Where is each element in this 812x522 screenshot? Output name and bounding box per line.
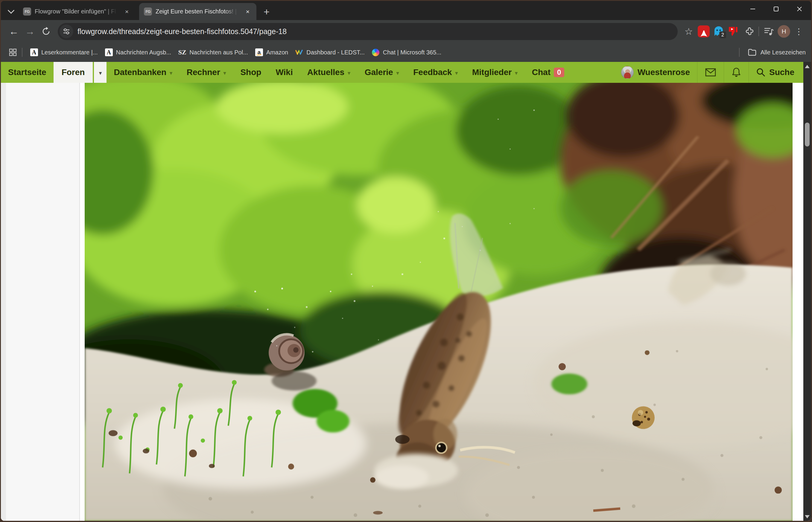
scroll-up-icon[interactable] xyxy=(805,65,810,68)
flowgrow-favicon: FG xyxy=(144,7,152,16)
tab-close-icon[interactable]: × xyxy=(122,7,131,16)
user-menu[interactable]: Wuestenrose xyxy=(614,62,697,83)
nav-feedback[interactable]: Feedback ▾ xyxy=(406,62,465,83)
tab-search-button[interactable] xyxy=(4,4,18,19)
thread-content xyxy=(1,83,803,521)
scroll-down-icon[interactable] xyxy=(805,515,810,518)
tab-fischfotos[interactable]: FG Zeigt Eure besten Fischfotos! | S × xyxy=(139,3,256,20)
bookmark-microsoft-chat[interactable]: Chat | Microsoft 365... xyxy=(368,46,445,59)
extensions-puzzle-button[interactable] xyxy=(741,24,756,39)
chevron-down-icon xyxy=(8,7,15,14)
maximize-button[interactable] xyxy=(765,1,788,17)
chevron-down-icon: ▾ xyxy=(224,69,226,76)
nav-aktuelles[interactable]: Aktuelles ▾ xyxy=(300,62,357,83)
forward-button[interactable]: → xyxy=(22,23,38,39)
nav-foren-active[interactable]: Foren xyxy=(54,62,93,83)
nav-galerie[interactable]: Galerie ▾ xyxy=(357,62,406,83)
site-settings-button[interactable] xyxy=(60,24,73,38)
minimize-icon xyxy=(750,6,756,12)
bookmark-amazon[interactable]: a Amazon xyxy=(252,46,292,59)
bookmark-label: Amazon xyxy=(266,49,288,56)
profile-avatar: H xyxy=(778,25,790,38)
acrobat-icon xyxy=(698,25,710,37)
profile-button[interactable]: H xyxy=(776,24,791,39)
extension-ghostery-button[interactable]: 2 xyxy=(711,24,726,39)
nav-label: Chat xyxy=(532,67,550,77)
tab-strip: FG Flowgrow "Bilder einfügen" | Fl × FG … xyxy=(1,1,811,20)
bookmark-dashboard-ledst[interactable]: Dashboard - LEDST... xyxy=(292,46,368,59)
page-scrollbar[interactable] xyxy=(803,62,811,521)
nav-datenbanken[interactable]: Datenbanken ▾ xyxy=(107,62,179,83)
bookmark-nachrichten-augsburg[interactable]: A Nachrichten Augsb... xyxy=(101,46,175,59)
reload-button[interactable] xyxy=(38,23,54,39)
bookmark-leserkommentare[interactable]: A Leserkommentare |... xyxy=(27,46,101,59)
bookmark-nachrichten-polen[interactable]: SZ Nachrichten aus Pol... xyxy=(175,46,252,59)
bookmarks-bar: A Leserkommentare |... A Nachrichten Aug… xyxy=(1,43,811,62)
username: Wuestenrose xyxy=(638,67,690,77)
nav-mitglieder[interactable]: Mitglieder ▾ xyxy=(465,62,525,83)
bookmark-star-button[interactable]: ☆ xyxy=(681,24,696,39)
extension-acrobat-button[interactable] xyxy=(696,24,711,39)
nav-foren-dropdown[interactable]: ▾ xyxy=(94,62,107,83)
sz-logo-icon: SZ xyxy=(178,48,187,56)
nav-label: Foren xyxy=(62,67,85,77)
left-margin xyxy=(1,83,6,521)
alerts-button[interactable] xyxy=(724,62,749,83)
browser-window: FG Flowgrow "Bilder einfügen" | Fl × FG … xyxy=(1,1,811,521)
nav-label: Feedback xyxy=(413,67,452,77)
nav-startseite[interactable]: Startseite xyxy=(1,62,54,83)
apps-grid-button[interactable] xyxy=(6,46,19,59)
media-playlist-icon xyxy=(764,27,774,36)
aquarium-photo-graphic xyxy=(85,83,793,521)
browser-menu-button[interactable]: ⋮ xyxy=(791,24,806,39)
media-controls-button[interactable] xyxy=(761,24,776,39)
maximize-icon xyxy=(773,6,779,12)
puzzle-icon xyxy=(743,26,754,37)
avatar xyxy=(621,66,634,79)
nav-wiki[interactable]: Wiki xyxy=(268,62,300,83)
search-icon xyxy=(756,67,766,77)
search-label: Suche xyxy=(769,67,794,77)
all-bookmarks-label: Alle Lesezeichen xyxy=(760,49,806,56)
tab-close-icon[interactable]: × xyxy=(243,7,252,16)
minimize-button[interactable] xyxy=(741,1,765,17)
nav-shop[interactable]: Shop xyxy=(233,62,268,83)
thumbs-down-icon xyxy=(728,26,739,37)
apps-grid-icon xyxy=(9,48,17,56)
nav-label: Shop xyxy=(240,67,261,77)
extension-dislike-button[interactable] xyxy=(726,24,741,39)
back-button[interactable]: ← xyxy=(6,23,22,39)
nav-label: Galerie xyxy=(365,67,393,77)
letter-a-icon: A xyxy=(30,48,38,56)
chat-count-badge: 0 xyxy=(554,67,564,77)
new-tab-button[interactable]: + xyxy=(259,4,274,19)
messages-button[interactable] xyxy=(697,62,724,83)
flowgrow-favicon: FG xyxy=(23,7,31,16)
tab-flowgrow-bilder[interactable]: FG Flowgrow "Bilder einfügen" | Fl × xyxy=(18,3,136,20)
bookmarks-divider xyxy=(22,48,22,57)
toolbar-divider xyxy=(758,26,759,36)
tab-title: Zeigt Eure besten Fischfotos! | S xyxy=(156,8,240,15)
bookmark-label: Nachrichten Augsb... xyxy=(116,49,171,56)
scrollbar-thumb[interactable] xyxy=(805,123,810,146)
close-icon xyxy=(796,6,803,12)
all-bookmarks-button[interactable]: Alle Lesezeichen xyxy=(737,48,806,57)
browser-toolbar: ← → flowgrow.de/threads/zeigt-eure-beste… xyxy=(1,20,811,43)
nav-chat[interactable]: Chat 0 xyxy=(525,62,572,83)
envelope-icon xyxy=(705,68,716,77)
bookmark-label: Dashboard - LEDST... xyxy=(306,49,365,56)
close-button[interactable] xyxy=(788,1,811,17)
url-text[interactable]: flowgrow.de/threads/zeigt-eure-besten-fi… xyxy=(77,27,287,36)
nav-label: Aktuelles xyxy=(307,67,345,77)
nav-rechner[interactable]: Rechner ▾ xyxy=(179,62,233,83)
chevron-down-icon: ▾ xyxy=(99,69,102,76)
search-button[interactable]: Suche xyxy=(749,62,803,83)
address-bar[interactable]: flowgrow.de/threads/zeigt-eure-besten-fi… xyxy=(58,23,678,40)
post-photo-aquarium[interactable] xyxy=(85,83,793,521)
amazon-icon: a xyxy=(255,48,263,56)
chevron-down-icon: ▾ xyxy=(170,69,172,76)
spotted-snail xyxy=(632,406,655,429)
bookmark-label: Leserkommentare |... xyxy=(41,49,98,56)
bookmark-label: Chat | Microsoft 365... xyxy=(383,49,441,56)
window-controls xyxy=(741,1,811,17)
